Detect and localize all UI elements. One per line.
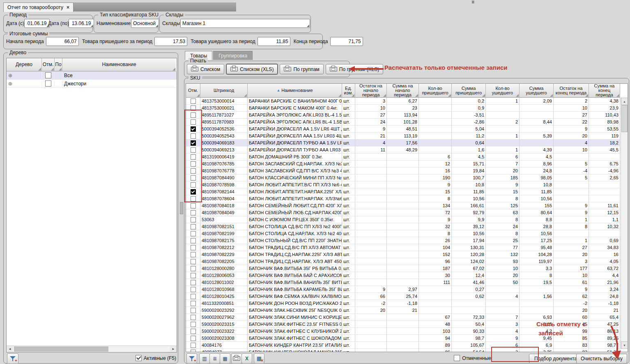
table-row[interactable]: 4810987082205 БАТОН ТРАДИЦ.СД.НАР.ПАК. Х… [186,258,621,265]
export-excel-button[interactable]: X [241,353,252,364]
col-header-unit[interactable]: Ед. изм. [342,84,355,98]
row-checkbox[interactable] [191,175,196,181]
print-button[interactable]: Списком (XLS) [226,64,278,74]
row-checkbox[interactable] [191,315,196,320]
print-button[interactable]: Списком [187,64,224,74]
row-checkbox[interactable] [191,210,196,215]
tree-filter-button[interactable]: + [7,353,18,364]
scroll-up-icon[interactable]: ▲ [621,98,628,105]
col-header-sum-start[interactable]: Сумма на начало периода [387,84,419,98]
row-checkbox[interactable] [191,203,196,208]
col-header-qty-end[interactable]: Остаток на конец периода [554,84,589,98]
table-row[interactable]: 4813190006419 БАТОН ДОМАШНИЙ РБ 300Г 0.3… [186,153,621,160]
warehouses-select[interactable]: Магазин 1 [180,19,310,28]
table-row[interactable]: 4810987084490 БАТОН КЛАССИЧЕСКИЙ МИНИ ПП… [186,174,621,181]
col-header-qty-out[interactable]: Кол-во ушедшего [486,84,520,98]
row-checkbox[interactable] [191,182,196,188]
col-header-barcode[interactable]: Штрихкод [200,84,248,98]
row-checkbox[interactable] [191,343,196,348]
table-row[interactable]: 4810128000280 БАТОНЧИК ВАФ.ВИТЬБА 35Г РБ… [186,265,621,272]
window-menu-icon[interactable]: ≡ [471,0,474,5]
col-header-sum-out[interactable]: Сумма ушедшего [520,84,554,98]
row-checkbox[interactable] [191,98,196,104]
table-row[interactable]: 5900020023308 БАТОНЧИК ЗЛАК.ФИТНЕС С ШОК… [186,335,621,342]
table-row[interactable]: 4810128006053 БАТОНЧИК ВАФ.ВИТЬБА БАЙ С … [186,272,621,279]
row-checkbox[interactable] [191,112,196,118]
row-checkbox[interactable] [191,224,196,229]
expand-icon[interactable]: ⊕ [8,81,12,86]
row-checkbox[interactable] [191,252,196,257]
table-row[interactable]: 4895117870983 БАТАРЕЙКА ЭРГОЛЮКС АЛК.LR6… [186,119,621,126]
total-value-field[interactable]: 11,85 [258,37,290,46]
table-row[interactable]: 5900020023292 БАТОНЧИК ЗЛАК.НЕСКВИК 25Г … [186,307,621,314]
table-row[interactable]: 4895117871027 БАТАРЕЙКА ЭРГОЛЮКС АЛК.LR0… [186,112,621,119]
row-checkbox[interactable] [191,287,196,292]
table-row[interactable]: 5900020023315 БАТОНЧИК ЗЛАК.ФИТНЕС 23.5Г… [186,321,621,328]
table-row[interactable]: 4810987084018 БАТОН СЕМЕЙНЫЙ ЛЮБИТ.СД.ПП… [186,202,621,209]
table-row[interactable]: 40084176 БАТОНЧИК КИНДЕР КАНТРИ 23.5Г ИТ… [186,342,621,349]
row-checkbox[interactable] [191,301,196,306]
tree-row-checkbox[interactable] [45,80,51,87]
table-row[interactable]: 5000394069213 БАТАРЕЙКИ ДЮРАСЕЛЛ ТУРБО А… [186,147,621,153]
table-row[interactable]: 4810987082229 БАТОН ТРАДИЦ.СД.НАР.ПАК.22… [186,251,621,258]
columns-button[interactable]: ▥ [199,353,210,364]
table-row[interactable]: 40084077 БАТОНЧИК КИНДЕР ШОКОЛАД МАКСИ 2… [186,349,621,352]
table-row[interactable]: 4813753000021 БАРАНКИ БАРСКИЕ С МАКОМ 40… [186,105,621,112]
expand-icon[interactable]: ⊕ [8,73,12,78]
total-value-field[interactable]: 17,53 [154,37,187,46]
row-checkbox[interactable] [191,231,196,236]
row-checkbox[interactable] [191,189,196,195]
date-to-field[interactable]: 13.06.19 [69,19,94,28]
report-tab[interactable]: Отчет по товарообороту × [3,2,74,12]
table-row[interactable]: 4810987082212 БАТОН ТРАДИЦ.СД.В/С ПП ХЛ/… [186,244,621,251]
scroll-left-icon[interactable]: ◄ [7,346,13,352]
row-checkbox[interactable] [191,350,196,352]
table-row[interactable]: 4810128010968 БАТОНЧИК ВАФ.ВИТЬБА КАРАМЕ… [186,286,621,293]
row-checkbox[interactable] [191,322,196,327]
tree-col-name[interactable]: Наименование [62,58,176,71]
table-row[interactable]: 4810128010425 БАТОНЧИК ВАФ.СЕМКА ХАЛВИЧ … [186,293,621,300]
tree-row[interactable]: ⊕ Все [7,71,177,80]
date-from-field[interactable]: 01.06.19 [24,19,50,28]
row-checkbox[interactable] [191,217,196,222]
grid-settings-button[interactable]: ▦ [220,353,230,364]
tree-row[interactable]: ⊕ Джестори [7,80,177,88]
print-list-button[interactable] [231,353,242,364]
clear-selection-button[interactable]: Очистить выборку [576,354,627,364]
row-checkbox[interactable] [191,168,196,174]
clear-table-button[interactable]: ▦ [254,353,264,364]
row-checkbox[interactable] [191,273,196,278]
row-checkbox[interactable] [191,126,196,132]
row-checkbox[interactable] [191,329,196,334]
row-checkbox[interactable] [191,308,196,313]
tree-scroll-thumb[interactable] [14,346,108,352]
row-checkbox[interactable] [191,161,196,167]
close-tab-icon[interactable]: × [67,5,69,10]
row-checkbox[interactable] [191,238,196,243]
table-row[interactable]: 5900020027962 БАТОНЧИК ЗЛАК.СИНИ МИНИС С… [186,314,621,321]
table-row[interactable]: 4810987078604 БАТОН ЛЮБИТ.АППЕТИТ.НАР.ПА… [186,195,621,202]
row-checkbox[interactable] [191,245,196,250]
row-checkbox[interactable] [191,140,196,146]
print-button[interactable]: По группам [280,64,323,74]
row-checkbox[interactable] [191,119,196,125]
tree-row-checkbox[interactable] [45,72,51,78]
row-checkbox[interactable] [191,196,196,201]
table-row[interactable]: 4810987082175 БАТОН СТОЛЬНЫЙ СД.В/С ПП 2… [186,237,621,244]
col-header-name[interactable]: ▲ Наименование [248,84,342,98]
row-checkbox[interactable] [191,133,196,139]
row-checkbox[interactable] [191,147,196,153]
row-checkbox[interactable] [191,105,196,111]
panel-splitter[interactable] [180,202,183,214]
row-checkbox[interactable] [191,336,196,341]
row-checkbox[interactable] [191,294,196,299]
row-checkbox[interactable] [191,154,196,160]
active-checkbox[interactable] [136,355,142,361]
table-row[interactable]: 5000394052543 БАТАРЕЙКИ ДЮРАСЕЛЛ ААА 1.5… [186,133,621,140]
tree-col-po[interactable]: По [55,58,62,71]
table-row[interactable]: 4810987082199 БАТОН СТОЛИЦА СД.НАР.ПАК. … [186,230,621,237]
col-header-qty-start[interactable]: Остаток на начало периода [355,84,387,98]
tree-horizontal-scrollbar[interactable]: ◄ ► [7,346,177,352]
tree-col-marked[interactable]: Отм. [42,58,55,71]
table-row[interactable]: 53063 БАТОН С ИЗЮМОМ ПР.ЦЕХ 350Г 0.35кг.… [186,216,621,223]
